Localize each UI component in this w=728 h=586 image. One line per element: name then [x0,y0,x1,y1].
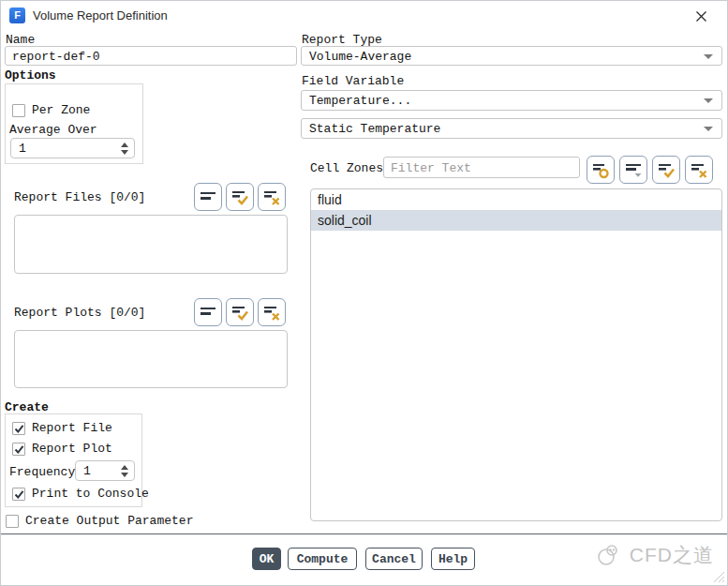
report-plot-checkbox[interactable]: Report Plot [12,443,112,456]
cell-zones-label: Cell Zones [310,161,383,175]
report-plot-checkbox-box[interactable] [12,443,25,456]
print-to-console-label: Print to Console [32,488,149,501]
field-variable-value: Temperature... [309,94,411,108]
lines-x-icon [262,303,281,322]
watermark: CFD之道 [596,542,714,568]
close-icon[interactable] [691,7,710,25]
report-plot-label: Report Plot [32,443,112,456]
create-output-parameter-checkbox-box[interactable] [6,515,19,528]
title-bar: F Volume Report Definition [1,1,727,29]
report-files-list[interactable] [14,215,288,274]
cell-zones-select-all-button[interactable] [652,156,680,184]
list-icon [199,303,217,322]
print-to-console-checkbox[interactable]: Print to Console [12,488,149,501]
spin-down-icon[interactable] [121,473,128,477]
footer-separator [1,533,728,534]
cell-zone-row-solid-coil[interactable]: solid_coil [311,210,721,231]
watermark-text: CFD之道 [630,542,714,568]
chevron-down-icon [704,54,713,59]
fluent-app-icon: F [9,8,25,23]
list-icon [199,188,217,206]
report-plots-deselect-all-button[interactable] [258,298,286,326]
spin-up-icon[interactable] [121,465,128,470]
average-over-label: Average Over [9,123,97,137]
lines-x-icon [262,188,281,206]
field-variable-sub-value: Static Temperature [309,122,440,136]
frequency-label: Frequency [9,465,75,479]
name-label: Name [6,33,35,47]
options-group-title: Options [5,68,56,83]
chevron-down-icon [704,98,713,103]
compute-button[interactable]: Compute [288,548,357,570]
report-files-label: Report Files [0/0] [14,190,145,204]
chevron-down-icon [704,127,713,131]
ok-button[interactable]: OK [252,548,281,570]
create-output-parameter-checkbox[interactable]: Create Output Parameter [6,515,193,528]
report-file-checkbox-box[interactable] [12,422,25,435]
report-type-label: Report Type [302,33,382,47]
cancel-button[interactable]: Cancel [365,548,423,570]
per-zone-label: Per Zone [32,104,90,117]
lines-check-icon [230,303,249,322]
frequency-stepper[interactable]: 1 [75,460,135,481]
lines-x-icon [690,160,708,179]
help-button[interactable]: Help [431,548,475,570]
report-plots-list-button[interactable] [194,298,222,326]
resize-grip[interactable] [713,571,725,583]
frequency-spin-arrows[interactable] [121,461,128,480]
window-title: Volume Report Definition [33,8,168,23]
name-input-value: report-def-0 [12,49,100,63]
field-variable-dropdown[interactable]: Temperature... [301,90,722,111]
report-plots-select-all-button[interactable] [226,298,254,326]
cell-zones-deselect-all-button[interactable] [685,156,713,184]
spin-up-icon[interactable] [121,143,128,147]
create-group-title: Create [5,400,49,414]
average-over-value: 1 [19,142,26,156]
report-files-select-all-button[interactable] [226,183,254,211]
report-files-deselect-all-button[interactable] [258,183,286,211]
average-over-spin-arrows[interactable] [121,139,128,158]
cell-zones-filter-input[interactable]: Filter Text [383,157,580,178]
report-files-list-button[interactable] [194,183,222,211]
report-plots-label: Report Plots [0/0] [14,306,145,320]
lines-check-icon [657,160,676,179]
lines-arrow-icon [624,160,643,179]
average-over-stepper[interactable]: 1 [10,138,135,158]
report-file-checkbox[interactable]: Report File [12,422,112,435]
print-to-console-checkbox-box[interactable] [12,488,25,501]
name-input[interactable]: report-def-0 [5,46,297,66]
report-type-value: Volume-Average [309,49,411,63]
cell-zones-filter-match-button[interactable] [587,156,615,184]
report-plots-list[interactable] [14,330,288,388]
cell-zones-list[interactable]: fluid solid_coil [310,188,722,521]
field-variable-sub-dropdown[interactable]: Static Temperature [301,118,722,139]
per-zone-checkbox-box[interactable] [12,104,25,117]
lines-check-icon [230,188,249,206]
frequency-value: 1 [83,464,91,478]
per-zone-checkbox[interactable]: Per Zone [12,104,90,117]
report-type-dropdown[interactable]: Volume-Average [301,46,722,66]
spin-down-icon[interactable] [121,150,128,155]
lines-circle-icon [591,160,610,179]
report-file-label: Report File [32,422,112,435]
cell-zones-list-menu-button[interactable] [619,156,647,184]
create-output-parameter-label: Create Output Parameter [25,515,193,528]
field-variable-label: Field Variable [302,74,404,88]
filter-placeholder: Filter Text [391,160,471,174]
cfd-mascot-icon [596,543,622,567]
volume-report-definition-dialog: F Volume Report Definition Name report-d… [0,0,728,586]
cell-zone-row-fluid[interactable]: fluid [311,189,721,210]
